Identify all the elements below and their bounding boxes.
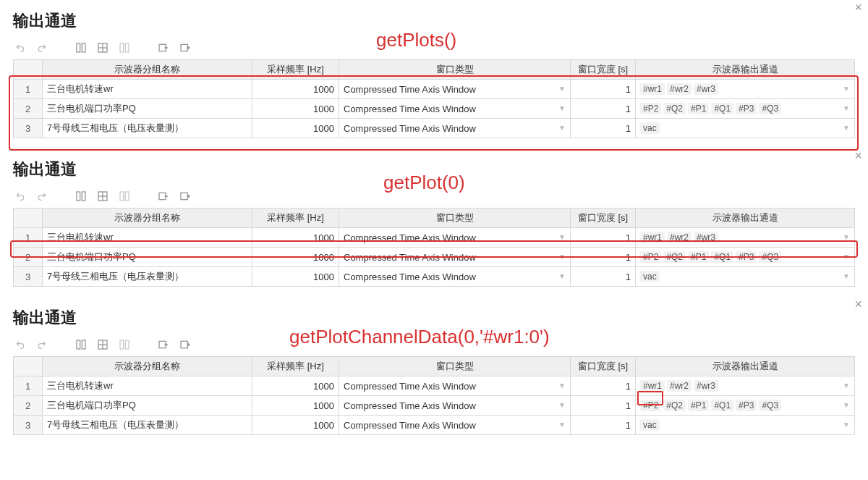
undo-icon[interactable] (14, 190, 26, 202)
output-channel-table[interactable]: 示波器分组名称 采样频率 [Hz] 窗口类型 窗口宽度 [s] 示波器输出通道 … (13, 208, 855, 287)
cell-window-width[interactable]: 1 (571, 80, 636, 99)
grid-icon[interactable] (97, 190, 109, 202)
channel-tag[interactable]: #P3 (736, 400, 757, 411)
cell-window-type[interactable]: Compressed Time Axis Window▼ (339, 267, 571, 287)
cell-window-width[interactable]: 1 (571, 248, 636, 267)
cell-name[interactable]: 三台电机端口功率PQ (43, 248, 252, 267)
cell-freq[interactable]: 1000 (252, 267, 339, 287)
channel-tag[interactable]: #wr2 (667, 380, 692, 392)
cell-name[interactable]: 7号母线三相电压（电压表量测） (43, 416, 252, 435)
export-icon[interactable] (179, 190, 191, 202)
channel-tag[interactable]: #Q1 (711, 103, 733, 114)
table-row[interactable]: 1三台电机转速wr1000Compressed Time Axis Window… (14, 80, 855, 99)
cell-output-channels[interactable]: #wr1#wr2#wr3▼ (636, 376, 855, 396)
cell-output-channels[interactable]: #P2#Q2#P1#Q1#P3#Q3▼ (636, 99, 855, 119)
cell-window-width[interactable]: 1 (571, 376, 636, 396)
grid-icon[interactable] (97, 339, 109, 350)
import-icon[interactable] (158, 42, 169, 54)
cell-name[interactable]: 7号母线三相电压（电压表量测） (43, 119, 252, 138)
export-icon[interactable] (179, 42, 191, 54)
cell-name[interactable]: 三台电机转速wr (43, 376, 252, 396)
cell-window-width[interactable]: 1 (571, 99, 636, 119)
channel-tag[interactable]: #Q1 (711, 400, 733, 411)
cell-window-type[interactable]: Compressed Time Axis Window▼ (339, 416, 571, 435)
channel-tag[interactable]: vac (640, 271, 660, 282)
undo-icon[interactable] (14, 339, 26, 350)
grid-add-col-icon[interactable] (75, 42, 87, 54)
cell-freq[interactable]: 1000 (252, 99, 339, 119)
close-icon[interactable]: × (854, 148, 862, 164)
cell-name[interactable]: 三台电机端口功率PQ (43, 99, 252, 119)
cell-window-type[interactable]: Compressed Time Axis Window▼ (339, 376, 571, 396)
cell-output-channels[interactable]: #P2#Q2#P1#Q1#P3#Q3▼ (636, 396, 855, 416)
cell-window-type[interactable]: Compressed Time Axis Window▼ (339, 228, 571, 248)
cell-window-type[interactable]: Compressed Time Axis Window▼ (339, 119, 571, 138)
cell-window-type[interactable]: Compressed Time Axis Window▼ (339, 248, 571, 267)
channel-tag[interactable]: #wr1 (640, 380, 665, 392)
cell-freq[interactable]: 1000 (252, 248, 339, 267)
cell-freq[interactable]: 1000 (252, 416, 339, 435)
cell-output-channels[interactable]: #wr1#wr2#wr3▼ (636, 80, 855, 99)
cell-freq[interactable]: 1000 (252, 228, 339, 248)
channel-tag[interactable]: #P1 (688, 400, 709, 411)
channel-tag[interactable]: #P3 (736, 251, 757, 263)
close-icon[interactable]: × (854, 297, 862, 312)
table-row[interactable]: 1三台电机转速wr1000Compressed Time Axis Window… (14, 228, 855, 248)
export-icon[interactable] (179, 339, 191, 350)
grid-icon[interactable] (97, 42, 109, 54)
channel-tag[interactable]: #wr2 (667, 232, 692, 243)
cell-window-width[interactable]: 1 (571, 119, 636, 138)
channel-tag[interactable]: #P1 (688, 103, 709, 114)
cell-window-width[interactable]: 1 (571, 396, 636, 416)
cell-name[interactable]: 三台电机端口功率PQ (43, 396, 252, 416)
cell-freq[interactable]: 1000 (252, 376, 339, 396)
grid-remove-icon[interactable] (119, 190, 130, 202)
cell-window-width[interactable]: 1 (571, 228, 636, 248)
grid-add-col-icon[interactable] (75, 190, 87, 202)
import-icon[interactable] (158, 339, 169, 350)
channel-tag[interactable]: #P1 (688, 251, 709, 263)
cell-window-width[interactable]: 1 (571, 416, 636, 435)
redo-icon[interactable] (36, 190, 48, 202)
cell-window-type[interactable]: Compressed Time Axis Window▼ (339, 396, 571, 416)
table-row[interactable]: 2三台电机端口功率PQ1000Compressed Time Axis Wind… (14, 99, 855, 119)
redo-icon[interactable] (36, 339, 48, 350)
cell-window-type[interactable]: Compressed Time Axis Window▼ (339, 80, 571, 99)
undo-icon[interactable] (14, 42, 26, 54)
table-row[interactable]: 37号母线三相电压（电压表量测）1000Compressed Time Axis… (14, 416, 855, 435)
table-row[interactable]: 1三台电机转速wr1000Compressed Time Axis Window… (14, 376, 855, 396)
cell-output-channels[interactable]: vac▼ (636, 119, 855, 138)
cell-name[interactable]: 三台电机转速wr (43, 80, 252, 99)
table-row[interactable]: 2三台电机端口功率PQ1000Compressed Time Axis Wind… (14, 248, 855, 267)
channel-tag[interactable]: #wr3 (694, 380, 718, 392)
cell-freq[interactable]: 1000 (252, 80, 339, 99)
cell-output-channels[interactable]: #wr1#wr2#wr3▼ (636, 228, 855, 248)
import-icon[interactable] (158, 190, 169, 202)
channel-tag[interactable]: #Q3 (759, 251, 781, 263)
channel-tag[interactable]: #Q3 (759, 400, 781, 411)
channel-tag[interactable]: #P2 (640, 251, 661, 263)
channel-tag[interactable]: #wr3 (694, 232, 718, 243)
cell-output-channels[interactable]: vac▼ (636, 416, 855, 435)
cell-name[interactable]: 7号母线三相电压（电压表量测） (43, 267, 252, 287)
channel-tag[interactable]: #P3 (736, 103, 757, 114)
cell-freq[interactable]: 1000 (252, 119, 339, 138)
channel-tag[interactable]: #wr1 (640, 232, 665, 243)
channel-tag[interactable]: #P2 (640, 103, 661, 114)
channel-tag[interactable]: #P2 (640, 400, 661, 411)
channel-tag[interactable]: #wr3 (694, 83, 718, 95)
close-icon[interactable]: × (854, 0, 862, 15)
cell-freq[interactable]: 1000 (252, 396, 339, 416)
cell-output-channels[interactable]: #P2#Q2#P1#Q1#P3#Q3▼ (636, 248, 855, 267)
cell-name[interactable]: 三台电机转速wr (43, 228, 252, 248)
cell-window-width[interactable]: 1 (571, 267, 636, 287)
cell-window-type[interactable]: Compressed Time Axis Window▼ (339, 99, 571, 119)
table-row[interactable]: 2三台电机端口功率PQ1000Compressed Time Axis Wind… (14, 396, 855, 416)
channel-tag[interactable]: vac (640, 419, 660, 431)
grid-remove-icon[interactable] (119, 339, 130, 350)
channel-tag[interactable]: #Q2 (663, 400, 686, 411)
output-channel-table[interactable]: 示波器分组名称 采样频率 [Hz] 窗口类型 窗口宽度 [s] 示波器输出通道 … (13, 59, 855, 138)
output-channel-table[interactable]: 示波器分组名称 采样频率 [Hz] 窗口类型 窗口宽度 [s] 示波器输出通道 … (13, 356, 855, 435)
channel-tag[interactable]: #wr2 (667, 83, 692, 95)
table-row[interactable]: 37号母线三相电压（电压表量测）1000Compressed Time Axis… (14, 267, 855, 287)
